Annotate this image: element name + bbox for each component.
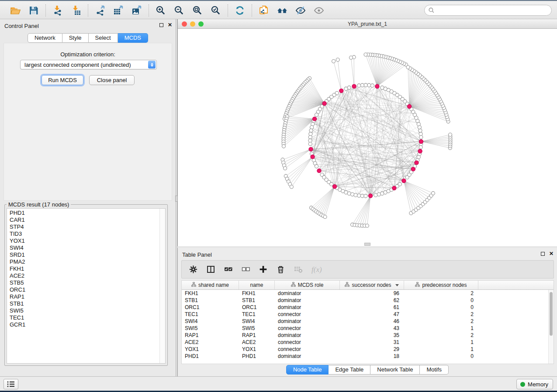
mcds-result-list[interactable]: PHD1CAR1STP4TID3YOX1SWI4SRD1PMA2FKH1ACE2…	[7, 208, 166, 364]
scrollbar-thumb[interactable]	[550, 292, 553, 336]
export-table-button[interactable]	[113, 5, 124, 16]
table-row[interactable]: ACE2ACE2connector311	[182, 339, 554, 346]
table-cell: ACE2	[182, 339, 239, 346]
mcds-result-node[interactable]: YOX1	[10, 237, 158, 244]
table-row[interactable]: SWI5SWI5connector431	[182, 325, 554, 332]
export-image-button[interactable]	[131, 5, 142, 16]
close-panel-icon[interactable]: ✕	[168, 23, 172, 27]
table-cell: 1	[404, 339, 478, 346]
open-file-button[interactable]	[10, 5, 21, 16]
table-row[interactable]: ORC1ORC1dominator610	[182, 304, 554, 311]
float-panel-icon[interactable]	[541, 252, 545, 256]
sort-caret-icon[interactable]	[395, 284, 399, 286]
add-column-button[interactable]	[259, 265, 268, 274]
table-row[interactable]: YOX1YOX1connector291	[182, 346, 554, 353]
table-cell: 96	[340, 290, 404, 297]
tab-edge-table[interactable]: Edge Table	[329, 365, 370, 375]
column-header-predecessor-nodes[interactable]: predecessor nodes	[404, 281, 478, 289]
result-list-scrollbar[interactable]	[159, 209, 165, 363]
table-cell: SWI5	[182, 325, 239, 332]
show-panels-menu-button[interactable]	[3, 379, 18, 389]
mcds-result-node[interactable]: STB5	[10, 279, 158, 286]
mcds-result-node[interactable]: SRD1	[10, 251, 158, 258]
mcds-result-node[interactable]: TEC1	[10, 314, 158, 321]
zoom-out-button[interactable]	[173, 5, 185, 16]
search-input[interactable]	[437, 7, 547, 14]
list-icon	[7, 381, 15, 388]
mcds-result-node[interactable]: FKH1	[10, 265, 158, 272]
network-window-titlebar[interactable]: YPA_prune.txt_1	[178, 19, 557, 29]
network-window-title: YPA_prune.txt_1	[178, 21, 557, 27]
table-cell: 62	[340, 297, 404, 304]
column-header-successor-nodes[interactable]: successor nodes	[340, 281, 404, 289]
table-row[interactable]: STB1STB1dominator620	[182, 297, 554, 304]
svg-text:f(x): f(x)	[311, 265, 322, 274]
mcds-result-node[interactable]: SWI5	[10, 307, 158, 314]
table-row[interactable]: SWI4SWI4dominator462	[182, 318, 554, 325]
duplicate-network-button[interactable]	[258, 5, 270, 16]
network-canvas[interactable]	[178, 29, 557, 246]
mcds-result-node[interactable]: SWI4	[10, 244, 158, 251]
search-icon	[429, 7, 434, 13]
save-session-button[interactable]	[28, 5, 39, 16]
mcds-result-node[interactable]: PHD1	[10, 210, 158, 217]
refresh-view-button[interactable]	[234, 5, 246, 16]
show-all-button[interactable]	[313, 5, 325, 16]
show-columns-button[interactable]	[206, 265, 215, 274]
tab-network-table[interactable]: Network Table	[370, 365, 420, 375]
mcds-result-node[interactable]: PMA2	[10, 258, 158, 265]
import-table-button[interactable]	[70, 5, 82, 16]
tab-style[interactable]: Style	[62, 33, 89, 43]
table-row[interactable]: FKH1FKH1dominator962	[182, 290, 554, 297]
mcds-result-node[interactable]: ACE2	[10, 272, 158, 279]
deselect-all-rows-button[interactable]	[241, 265, 250, 274]
table-toolbar: f(x)	[181, 260, 554, 279]
first-neighbors-button[interactable]	[277, 5, 288, 16]
cytoscape-window: Control Panel ✕ NetworkStyleSelectMCDS O…	[0, 0, 557, 390]
tab-network[interactable]: Network	[28, 33, 62, 43]
zoom-in-button[interactable]	[155, 5, 166, 16]
table-row[interactable]: PHD1PHD1dominator180	[182, 353, 554, 360]
zoom-selected-button[interactable]	[210, 5, 221, 16]
mcds-result-node[interactable]: ORC1	[10, 286, 158, 293]
mcds-result-node[interactable]: CAR1	[10, 217, 158, 224]
close-panel-icon[interactable]: ✕	[549, 251, 554, 256]
table-row[interactable]: RAP1RAP1dominator352	[182, 332, 554, 339]
float-panel-icon[interactable]	[159, 23, 163, 27]
network-view-window: YPA_prune.txt_1	[177, 19, 557, 246]
table-row[interactable]: TEC1TEC1connector472	[182, 311, 554, 318]
export-network-button[interactable]	[94, 5, 106, 16]
table-cell: PHD1	[182, 353, 239, 360]
splitter-grip[interactable]	[364, 243, 370, 246]
search-box[interactable]	[424, 5, 552, 16]
tab-mcds[interactable]: MCDS	[118, 33, 148, 43]
table-cell: 2	[404, 332, 478, 339]
column-header-shared-name[interactable]: shared name	[182, 281, 239, 289]
table-settings-button[interactable]	[189, 265, 198, 274]
optimization-criterion-select[interactable]: largest connected component (undirected)	[20, 60, 157, 69]
mcds-result-node[interactable]: TID3	[10, 230, 158, 237]
delete-columns-button[interactable]	[276, 265, 285, 274]
table-cell: RAP1	[182, 332, 239, 339]
import-network-button[interactable]	[52, 5, 63, 16]
hide-selected-button[interactable]	[295, 5, 306, 16]
tab-node-table[interactable]: Node Table	[286, 365, 329, 375]
mcds-result-node[interactable]: RAP1	[10, 293, 158, 300]
column-header-MCDS-role[interactable]: MCDS role	[275, 281, 340, 289]
mcds-result-node[interactable]: GCR1	[10, 321, 158, 328]
zoom-fit-button[interactable]	[192, 5, 203, 16]
tab-select[interactable]: Select	[89, 33, 118, 43]
close-panel-button[interactable]: Close panel	[89, 75, 135, 85]
table-cell: 61	[340, 304, 404, 311]
run-mcds-button[interactable]: Run MCDS	[42, 75, 83, 85]
delete-table-button	[294, 265, 303, 274]
mcds-result-node[interactable]: STB1	[10, 300, 158, 307]
tab-motifs[interactable]: Motifs	[420, 365, 449, 375]
table-cell: STB1	[239, 297, 275, 304]
select-all-rows-button[interactable]	[224, 265, 233, 274]
table-scrollbar[interactable]	[548, 290, 554, 364]
column-header-name[interactable]: name	[239, 281, 275, 289]
mcds-result-node[interactable]: STP4	[10, 224, 158, 230]
table-cell: connector	[275, 346, 340, 353]
memory-button[interactable]: Memory	[516, 379, 553, 389]
